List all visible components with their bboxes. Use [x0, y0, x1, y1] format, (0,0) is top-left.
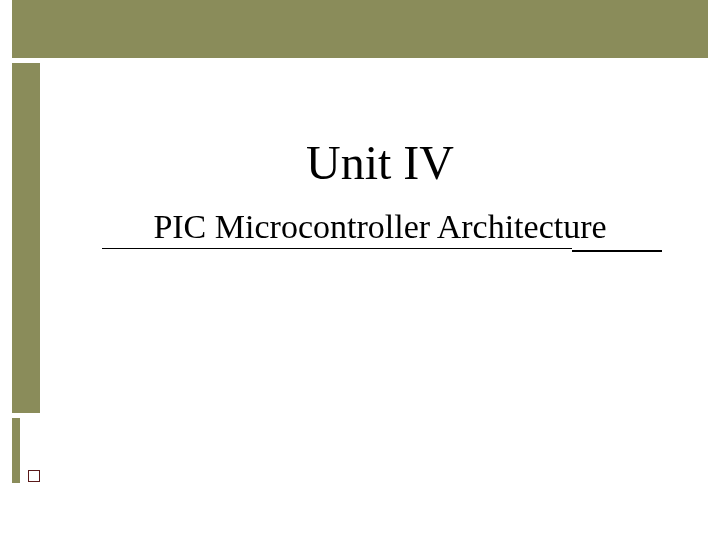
decorative-top-band — [12, 0, 708, 58]
subtitle-underline — [102, 248, 572, 249]
decorative-square-icon — [28, 470, 40, 482]
decorative-side-bar-extension — [12, 418, 20, 483]
subtitle-underline-tail — [572, 250, 662, 252]
slide-container: Unit IV PIC Microcontroller Architecture — [0, 0, 720, 540]
slide-subtitle: PIC Microcontroller Architecture — [100, 208, 660, 246]
slide-title: Unit IV — [100, 135, 660, 190]
decorative-side-bar — [12, 63, 40, 413]
